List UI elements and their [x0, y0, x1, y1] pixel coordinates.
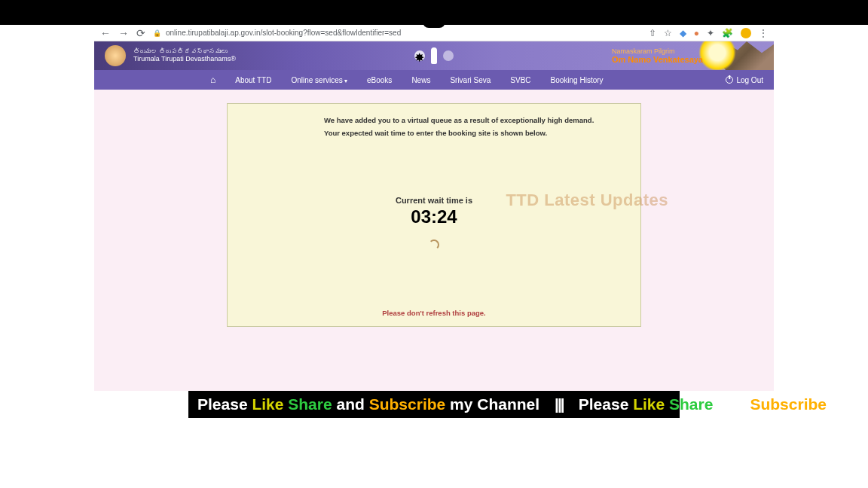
shanka-icon: [443, 50, 454, 61]
nav-ebooks[interactable]: eBooks: [367, 76, 392, 84]
watermark-text: TTD Latest Updates: [506, 191, 668, 210]
banner-divider: |||: [555, 395, 564, 413]
nav-about-ttd[interactable]: About TTD: [235, 76, 271, 84]
nav-srivari-seva[interactable]: Srivari Seva: [450, 76, 491, 84]
power-icon: [726, 76, 733, 84]
reload-button[interactable]: ⟳: [136, 27, 145, 39]
virtual-queue-box: We have added you to a virtual queue as …: [227, 103, 641, 327]
org-logo: [105, 45, 126, 66]
nav-news[interactable]: News: [411, 76, 430, 84]
no-refresh-warning: Please don't refresh this page.: [243, 309, 625, 317]
org-name-telugu: తిరుమల తిరుపతి దేవస్థానములు: [133, 48, 236, 56]
chakra-icon: ✸: [414, 50, 425, 61]
ext-icon-2[interactable]: ●: [694, 28, 699, 38]
nav-booking-history[interactable]: Booking History: [551, 76, 604, 84]
header-greeting: Namaskaram Pilgrim Om Namo Venkatesaya: [612, 47, 763, 64]
extensions-icon[interactable]: ✦: [707, 28, 714, 38]
logout-button[interactable]: Log Out: [726, 76, 763, 84]
org-title: తిరుమల తిరుపతి దేవస్థానములు Tirumala Tir…: [133, 48, 236, 63]
queue-message-1: We have added you to a virtual queue as …: [324, 116, 625, 124]
logout-label: Log Out: [736, 76, 763, 84]
queue-message-2: Your expected wait time to enter the boo…: [324, 129, 625, 137]
page-body: We have added you to a virtual queue as …: [94, 90, 774, 391]
puzzle-icon[interactable]: 🧩: [722, 28, 733, 38]
namam-icon: [431, 47, 437, 64]
greeting-line1: Namaskaram Pilgrim: [612, 47, 703, 55]
loading-spinner-icon: [429, 239, 439, 250]
menu-icon[interactable]: ⋮: [759, 28, 768, 38]
star-icon[interactable]: ☆: [664, 28, 672, 38]
share-icon[interactable]: ⇧: [649, 28, 656, 38]
greeting-line2: Om Namo Venkatesaya: [612, 55, 703, 64]
browser-extension-area: ⇧ ☆ ◆ ● ✦ 🧩 ⋮: [649, 28, 768, 38]
nav-svbc[interactable]: SVBC: [510, 76, 530, 84]
ext-icon-1[interactable]: ◆: [680, 28, 686, 38]
banner-segment-2: Please Like Share and Subscribe my Chann…: [579, 395, 868, 413]
forward-button[interactable]: →: [118, 27, 129, 39]
top-black-bar: [0, 0, 868, 25]
main-nav: ⌂ About TTD Online services eBooks News …: [94, 70, 774, 90]
address-bar[interactable]: 🔒 online.tirupatibalaji.ap.gov.in/slot-b…: [153, 29, 641, 37]
profile-avatar[interactable]: [741, 28, 751, 38]
header-center-emblems: ✸: [414, 47, 454, 64]
banner-segment-1: Please Like Share and Subscribe my Chann…: [197, 395, 539, 413]
nav-online-services[interactable]: Online services: [291, 76, 347, 84]
org-name-english: Tirumala Tirupati Devasthanams®: [133, 55, 236, 63]
back-button[interactable]: ←: [100, 27, 111, 39]
site-header: తిరుమల తిరుపతి దేవస్థానములు Tirumala Tir…: [94, 41, 774, 70]
lock-icon: 🔒: [153, 29, 161, 37]
nav-home[interactable]: ⌂: [210, 75, 215, 85]
promo-banner: Please Like Share and Subscribe my Chann…: [188, 391, 680, 418]
url-text: online.tirupatibalaji.ap.gov.in/slot-boo…: [166, 29, 401, 37]
